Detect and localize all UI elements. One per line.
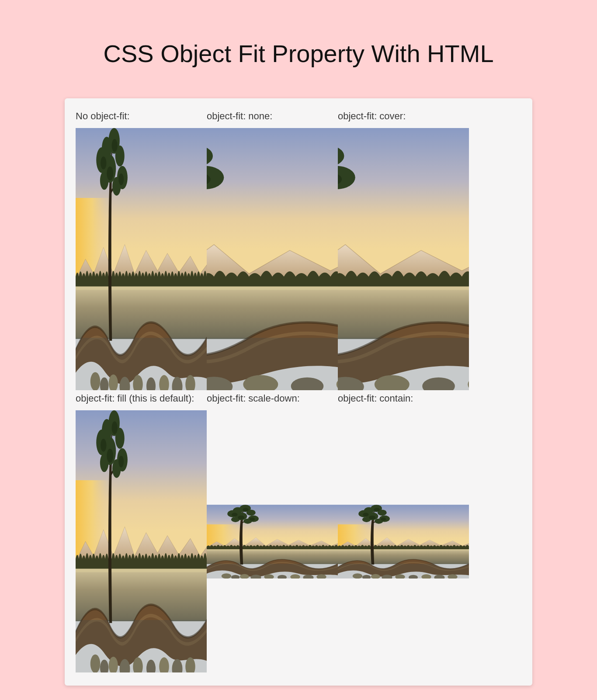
image-object-fit-fill <box>76 410 207 672</box>
image-object-fit-none <box>207 128 338 390</box>
demo-panel: No object-fit: object-fit: none: object-… <box>65 98 532 686</box>
col-fill: object-fit: fill (this is default): <box>76 390 207 672</box>
label-cover: object-fit: cover: <box>338 111 469 122</box>
image-object-fit-scale-down <box>207 410 338 672</box>
col-nofit: No object-fit: <box>76 108 207 390</box>
col-scaledown: object-fit: scale-down: <box>207 390 338 672</box>
label-fill: object-fit: fill (this is default): <box>76 393 207 404</box>
label-nofit: No object-fit: <box>76 111 207 122</box>
image-object-fit-cover <box>338 128 469 390</box>
col-contain: object-fit: contain: <box>338 390 469 672</box>
col-none: object-fit: none: <box>207 108 338 390</box>
label-contain: object-fit: contain: <box>338 393 469 404</box>
label-scaledown: object-fit: scale-down: <box>207 393 338 404</box>
label-none: object-fit: none: <box>207 111 338 122</box>
row-2: object-fit: fill (this is default): obje… <box>76 390 521 672</box>
row-1: No object-fit: object-fit: none: object-… <box>76 108 521 390</box>
col-cover: object-fit: cover: <box>338 108 469 390</box>
image-object-fit-contain <box>338 410 469 672</box>
image-no-object-fit <box>76 128 207 390</box>
page-title: CSS Object Fit Property With HTML <box>0 39 597 68</box>
